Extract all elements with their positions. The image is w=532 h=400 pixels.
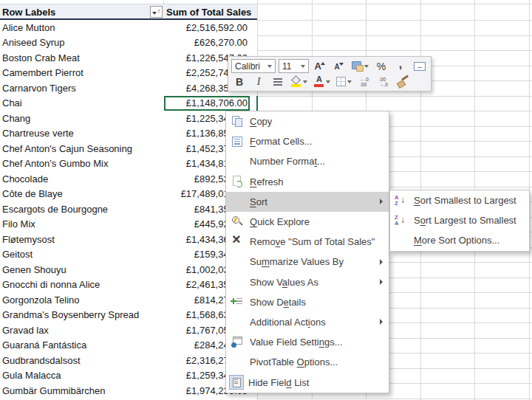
borders-button[interactable] [335, 75, 353, 89]
menu-item-summarize-values-by[interactable]: Summarize Values By [226, 252, 389, 272]
menu-item-show-values-as[interactable]: Show Values As [226, 272, 389, 292]
menu-item-copy[interactable]: Copy [226, 111, 389, 131]
menu-item-hide-field-list[interactable]: Hide Field List [226, 372, 389, 392]
format-painter-button[interactable] [395, 75, 411, 89]
icon-spacer [395, 234, 408, 246]
italic-button[interactable]: I [250, 75, 267, 89]
value-field-settings-icon [231, 336, 244, 348]
pivot-row: Escargots de Bourgogne£841,352.00 [0, 201, 257, 217]
pivot-row-label[interactable]: Carnarvon Tigers [0, 83, 164, 94]
copy-icon [231, 115, 244, 128]
pivot-row: Gula Malacca£1,259,347.00 [0, 368, 257, 384]
pivot-row: Grandma's Boysenberry Spread£1,568,634.0… [0, 308, 257, 323]
grow-font-button[interactable] [312, 59, 328, 74]
pivot-row-label[interactable]: Grandma's Boysenberry Spread [0, 309, 164, 320]
pivot-row-label[interactable]: Gnocchi di nonna Alice [0, 279, 164, 290]
shrink-font-icon [334, 61, 344, 72]
pivot-header-row: Row Labels ↑ Sum of Total Sales [0, 4, 257, 20]
increase-decimal-button[interactable]: ←.0.00 [356, 75, 372, 89]
bold-button[interactable]: B [231, 75, 248, 89]
chevron-down-icon [303, 80, 307, 83]
chevron-down-icon [326, 80, 330, 83]
pivot-row-label[interactable]: Escargots de Bourgogne [0, 204, 164, 215]
pivot-row: Boston Crab Meat£1,226,547.00 [0, 50, 257, 66]
values-header[interactable]: Sum of Total Sales [166, 7, 251, 18]
gridline [257, 399, 532, 399]
pivot-row: Filo Mix£445,921.00 [0, 217, 257, 232]
gridline [257, 4, 532, 4]
pivot-row-label[interactable]: Chef Anton's Cajun Seasoning [0, 143, 164, 154]
submenu-item-sort-largest-to-smallest[interactable]: ZA↓Sort Largest to Smallest [390, 210, 529, 230]
center-align-icon [273, 78, 282, 86]
font-color-button[interactable] [312, 75, 332, 89]
menu-item-label: Format Cells... [250, 136, 383, 147]
pivot-row-label[interactable]: Filo Mix [0, 218, 164, 230]
pivot-row: Gorgonzola Telino£814,273.00 [0, 292, 257, 308]
shrink-font-button[interactable] [331, 59, 347, 74]
menu-item-format-cells[interactable]: Format Cells... [226, 131, 389, 151]
mini-format-toolbar: Calibri 11 % , ↔ B I [228, 56, 432, 92]
font-size-select[interactable]: 11 [279, 59, 309, 73]
pivot-row-label[interactable]: Chang [0, 113, 164, 124]
pivot-row: Genen Shouyu£1,002,038.00 [0, 262, 257, 277]
center-align-button[interactable] [270, 75, 286, 89]
pivot-row: Chang£1,225,341.00 [0, 111, 257, 126]
submenu-arrow-icon [380, 319, 383, 325]
submenu-item-more-sort-options[interactable]: More Sort Options... [390, 230, 529, 250]
pivot-row-label[interactable]: Chef Anton's Gumbo Mix [0, 158, 164, 169]
menu-item-sort[interactable]: Sort [226, 192, 389, 212]
pivot-row-label[interactable]: Alice Mutton [0, 22, 164, 33]
pivot-row-label[interactable]: Gudbrandsdalsost [0, 355, 164, 366]
menu-item-label: Summarize Values By [250, 256, 375, 267]
show-details-icon [231, 296, 244, 308]
pivot-row-label[interactable]: Geitost [0, 249, 164, 260]
pivot-row-label[interactable]: Aniseed Syrup [0, 37, 164, 48]
pivot-row: Geitost£159,342.00 [0, 247, 257, 263]
pivot-row-label[interactable]: Gumbär Gummibärchen [0, 385, 164, 396]
comma-style-button[interactable]: , [392, 57, 409, 76]
pivot-row-label[interactable]: Gorgonzola Telino [0, 294, 164, 306]
increase-decimal-icon: ←.0.00 [360, 77, 369, 87]
menu-item-remove-sum-of-total-sales[interactable]: Remove "Sum of Total Sales" [226, 232, 389, 252]
pivot-row-label[interactable]: Côte de Blaye [0, 188, 164, 199]
accounting-format-button[interactable] [350, 59, 370, 74]
menu-item-show-details[interactable]: Show Details [226, 292, 389, 312]
menu-item-additional-actions[interactable]: Additional Actions [226, 312, 389, 332]
pivot-row: Chartreuse verte£1,136,857.00 [0, 126, 257, 142]
pivot-row-label[interactable]: Camembert Pierrot [0, 67, 164, 78]
menu-item-refresh[interactable]: Refresh [226, 172, 389, 192]
pivot-row-value[interactable]: £2,516,592.00 [164, 22, 250, 33]
pivot-row-label[interactable]: Boston Crab Meat [0, 52, 164, 63]
menu-item-quick-explore[interactable]: Quick Explore [226, 212, 389, 232]
row-labels-sort-filter-button[interactable]: ↑ [150, 6, 163, 18]
mini-toolbar-row-1: Calibri 11 % , ↔ [231, 58, 428, 74]
pivot-row-label[interactable]: Chartreuse verte [0, 128, 164, 139]
menu-item-number-format[interactable]: Number Format... [226, 151, 389, 171]
submenu-item-sort-smallest-to-largest[interactable]: AZ↓Sort Smallest to Largest [390, 190, 529, 210]
pivot-row-label[interactable]: Fløtemysost [0, 234, 164, 245]
pivot-row-label[interactable]: Guaraná Fantástica [0, 339, 164, 351]
pivot-row-label[interactable]: Genen Shouyu [0, 264, 164, 275]
chevron-down-icon [364, 65, 369, 68]
decrease-decimal-button[interactable]: .00→.0 [375, 75, 392, 89]
excel-worksheet: Row Labels ↑ Sum of Total Sales Alice Mu… [0, 0, 532, 400]
menu-item-label: More Sort Options... [414, 235, 523, 246]
menu-item-pivottable-options[interactable]: PivotTable Options... [226, 352, 389, 372]
fill-color-button[interactable] [289, 75, 309, 89]
pivot-row: Aniseed Syrup£626,270.00 [0, 35, 257, 51]
pivot-row: Chef Anton's Gumbo Mix£1,434,812.00 [0, 156, 257, 172]
pivot-row-value[interactable]: £626,270.00 [164, 37, 250, 48]
gridline [257, 35, 532, 36]
row-labels-header[interactable]: Row Labels [2, 7, 55, 18]
merge-center-button[interactable]: ↔ [412, 59, 428, 74]
menu-item-label: Sort [250, 196, 375, 207]
pivot-row-label[interactable]: Chai [0, 97, 164, 108]
font-name-select[interactable]: Calibri [231, 59, 276, 73]
submenu-arrow-icon [380, 199, 383, 204]
pivot-row-label[interactable]: Chocolade [0, 173, 164, 185]
refresh-icon [231, 176, 244, 188]
menu-item-value-field-settings[interactable]: Value Field Settings... [226, 332, 389, 352]
pivot-row-label[interactable]: Gula Malacca [0, 370, 164, 381]
pivot-row-label[interactable]: Gravad lax [0, 325, 164, 336]
percent-style-button[interactable]: % [373, 59, 389, 74]
